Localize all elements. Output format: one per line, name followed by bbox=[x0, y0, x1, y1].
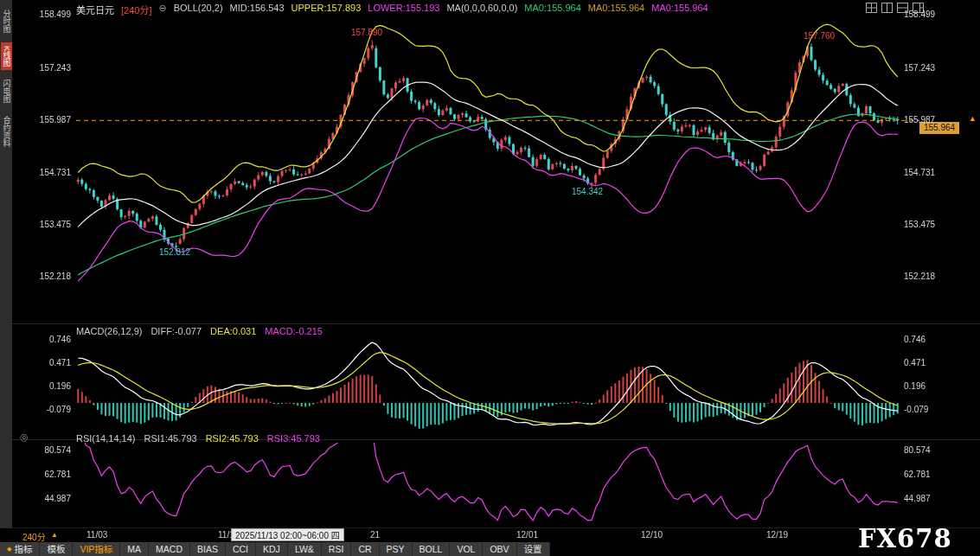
fx678-watermark: FX678 bbox=[858, 524, 952, 553]
header-readout-2: BOLL(20,2) bbox=[174, 3, 223, 14]
sidebar-item-0[interactable]: 分时图 bbox=[1, 6, 12, 36]
layout-grid-2x2-icon[interactable] bbox=[866, 3, 877, 13]
price-axis-label: -0.079 bbox=[904, 405, 951, 415]
toolbar-item-3[interactable]: MA bbox=[120, 542, 149, 556]
toolbar-item-11[interactable]: PSY bbox=[380, 542, 413, 556]
toolbar-item-15[interactable]: 设置 bbox=[517, 542, 550, 556]
price-axis-label: 154.731 bbox=[904, 168, 951, 178]
macd-readout-0: MACD(26,12,9) bbox=[76, 326, 142, 336]
trading-terminal: 分时图K线图闪电图合约资料 美元日元[240分]⊖BOLL(20,2)MID:1… bbox=[0, 0, 980, 556]
price-axis-label: 152.218 bbox=[29, 272, 71, 282]
price-axis-label: 80.574 bbox=[29, 445, 71, 456]
period-selector[interactable]: 240分 bbox=[22, 530, 46, 543]
price-axis-label: 80.574 bbox=[904, 445, 951, 456]
toolbar-item-label: KDJ bbox=[263, 542, 280, 556]
price-up-arrow-icon: ▲ bbox=[969, 114, 977, 123]
header-readout-6: MA(0,0,0,60,0,0) bbox=[446, 3, 517, 14]
toolbar-item-10[interactable]: CR bbox=[351, 542, 379, 556]
sidebar-item-3[interactable]: 合约资料 bbox=[1, 112, 12, 150]
header-readout-4: UPPER:157.893 bbox=[291, 3, 362, 14]
indicator-settings-icon[interactable]: ◎ bbox=[20, 431, 29, 443]
bottom-toolbar: ◆指标模板VIP指标MAMACDBIASCCIKDJLW&RSICRPSYBOL… bbox=[0, 542, 980, 556]
price-axis-label: 44.987 bbox=[904, 494, 951, 504]
time-axis-label: 11/03 bbox=[86, 530, 107, 540]
indicator-menu-icon: ◆ bbox=[7, 542, 11, 556]
rsi-readout-row: RSI(14,14,14)RSI1:45.793RSI2:45.793RSI3:… bbox=[76, 433, 320, 444]
period-arrow-icon: ▲ bbox=[51, 531, 58, 539]
toolbar-item-label: CCI bbox=[233, 542, 248, 556]
macd-readout-row: MACD(26,12,9)DIFF:-0.077DEA:0.031MACD:-0… bbox=[76, 326, 323, 336]
price-axis-label: 158.499 bbox=[29, 10, 71, 20]
price-axis-label: 44.987 bbox=[29, 494, 71, 504]
toolbar-item-label: RSI bbox=[329, 542, 344, 556]
toolbar-item-0[interactable]: ◆指标 bbox=[0, 542, 40, 556]
toolbar-item-6[interactable]: CCI bbox=[226, 542, 256, 556]
toolbar-item-label: 指标 bbox=[14, 542, 32, 556]
price-axis-label: 0.471 bbox=[29, 358, 71, 368]
price-axis-label: 0.196 bbox=[29, 381, 71, 392]
annotation-low-1: 152.812 bbox=[159, 247, 190, 257]
price-axis-label: 0.471 bbox=[904, 358, 951, 368]
macd-readout-1: DIFF:-0.077 bbox=[151, 326, 202, 336]
header-readout-1: [240分] bbox=[121, 3, 151, 14]
time-axis-label: 11/1 bbox=[218, 530, 234, 540]
toolbar-item-5[interactable]: BIAS bbox=[190, 542, 226, 556]
toolbar-item-label: LW& bbox=[295, 542, 314, 556]
toolbar-item-13[interactable]: VOL bbox=[450, 542, 483, 556]
macd-readout-3: MACD:-0.215 bbox=[265, 326, 323, 336]
price-axis-label: 0.196 bbox=[904, 381, 951, 392]
zoom-out-icon[interactable]: ⊖ bbox=[158, 3, 166, 14]
price-axis-label: 158.499 bbox=[904, 10, 951, 20]
annotation-high-1: 157.890 bbox=[351, 28, 382, 37]
toolbar-item-label: VOL bbox=[457, 542, 475, 556]
toolbar-item-2[interactable]: VIP指标 bbox=[73, 542, 120, 556]
price-axis-label: 0.746 bbox=[29, 335, 71, 345]
time-axis-label: 12/19 bbox=[766, 530, 788, 540]
toolbar-item-label: MA bbox=[127, 542, 141, 556]
rsi-readout-2: RSI2:45.793 bbox=[206, 433, 259, 444]
toolbar-item-4[interactable]: MACD bbox=[149, 542, 190, 556]
toolbar-item-label: 模板 bbox=[47, 542, 65, 556]
annotation-high-2: 157.760 bbox=[804, 31, 835, 41]
toolbar-item-label: VIP指标 bbox=[80, 542, 112, 556]
toolbar-item-label: 设置 bbox=[524, 542, 542, 556]
toolbar-item-14[interactable]: OBV bbox=[483, 542, 516, 556]
crosshair-time-tooltip: 2025/11/13 02:00~06:00 四 bbox=[231, 528, 344, 541]
chart-canvas[interactable] bbox=[0, 0, 980, 556]
sidebar-item-2[interactable]: 闪电图 bbox=[1, 76, 12, 106]
toolbar-item-9[interactable]: RSI bbox=[322, 542, 352, 556]
time-axis-label: 21 bbox=[370, 530, 380, 540]
price-axis-label: 157.243 bbox=[29, 63, 71, 73]
toolbar-item-8[interactable]: LW& bbox=[288, 542, 322, 556]
toolbar-item-label: CR bbox=[358, 542, 371, 556]
price-axis-label: 154.731 bbox=[29, 168, 71, 178]
toolbar-item-1[interactable]: 模板 bbox=[40, 542, 73, 556]
left-sidebar: 分时图K线图闪电图合约资料 bbox=[0, 0, 12, 528]
rsi-readout-1: RSI1:45.793 bbox=[144, 433, 196, 444]
header-readout-7: MA0:155.964 bbox=[524, 3, 580, 14]
price-axis-label: -0.079 bbox=[29, 405, 71, 415]
sidebar-item-1[interactable]: K线图 bbox=[1, 42, 12, 70]
header-readout-5: LOWER:155.193 bbox=[368, 3, 439, 14]
annotation-low-2: 154.342 bbox=[572, 187, 603, 196]
time-axis-label: 12/10 bbox=[641, 530, 663, 540]
toolbar-item-label: BOLL bbox=[420, 542, 443, 556]
price-axis-label: 152.218 bbox=[904, 272, 951, 282]
layout-vertical-split-icon[interactable] bbox=[881, 3, 893, 13]
rsi-readout-0: RSI(14,14,14) bbox=[76, 433, 135, 444]
header-readout-8: MA0:155.964 bbox=[588, 3, 644, 14]
toolbar-item-7[interactable]: KDJ bbox=[256, 542, 288, 556]
chart-header: 美元日元[240分]⊖BOLL(20,2)MID:156.543UPPER:15… bbox=[76, 3, 708, 14]
toolbar-item-12[interactable]: BOLL bbox=[413, 542, 451, 556]
price-axis-label: 157.243 bbox=[904, 63, 951, 73]
toolbar-item-label: MACD bbox=[156, 542, 183, 556]
price-axis-label: 62.781 bbox=[29, 470, 71, 480]
price-axis-label: 155.987 bbox=[29, 115, 71, 125]
price-axis-label: 153.475 bbox=[904, 220, 951, 230]
price-axis-label: 0.746 bbox=[904, 335, 951, 345]
header-readout-9: MA0:155.964 bbox=[651, 3, 708, 14]
price-axis-label: 155.987 bbox=[904, 115, 951, 125]
time-axis: 240分 ▲ 2025/11/13 02:00~06:00 四 11/0311/… bbox=[0, 527, 980, 542]
toolbar-item-label: OBV bbox=[490, 542, 509, 556]
toolbar-item-label: PSY bbox=[387, 542, 405, 556]
